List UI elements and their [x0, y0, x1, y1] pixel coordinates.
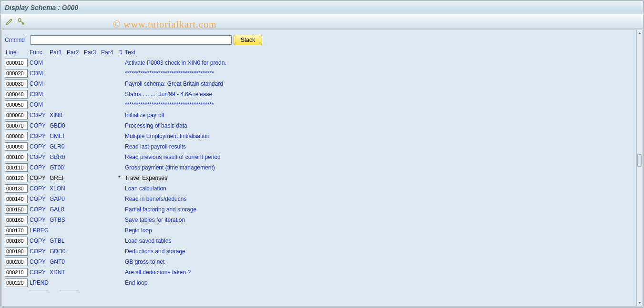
- footer-rule: [30, 290, 82, 292]
- line-input[interactable]: [5, 90, 28, 99]
- table-row: COMActivate P0003 check in XIN0 for prod…: [5, 58, 633, 68]
- line-input[interactable]: [5, 258, 28, 266]
- attributes-icon[interactable]: [16, 17, 26, 26]
- line-input[interactable]: [5, 153, 28, 161]
- line-input[interactable]: [5, 216, 28, 224]
- line-input[interactable]: [5, 226, 28, 235]
- line-input[interactable]: [5, 69, 28, 78]
- stack-button[interactable]: Stack: [234, 35, 262, 45]
- line-input[interactable]: [5, 163, 28, 172]
- line-input[interactable]: [5, 174, 28, 182]
- cell-par1: GBD0: [50, 122, 67, 129]
- line-input[interactable]: [5, 247, 28, 256]
- cell-func: COM: [30, 91, 50, 98]
- cell-text: ****************************************: [125, 70, 633, 77]
- cell-func: COM: [30, 70, 50, 77]
- table-row: COPYXIN0Initialize payroll: [5, 110, 633, 120]
- cell-func: COPY: [30, 154, 50, 160]
- cell-text: Save tables for iteration: [125, 217, 633, 223]
- table-row: COPYGT00Gross payment (time management): [5, 162, 633, 173]
- edit-icon[interactable]: [5, 17, 14, 26]
- line-input[interactable]: [5, 79, 28, 88]
- cell-func: COPY: [30, 196, 50, 202]
- scrollbar-thumb[interactable]: [637, 154, 642, 167]
- line-input[interactable]: [5, 195, 28, 203]
- header-text: Text: [125, 49, 633, 56]
- table-row: COPYXLONLoan calculation: [5, 183, 633, 194]
- cell-par1: XIN0: [50, 112, 67, 119]
- table-row: COPYGREI*Travel Expenses: [5, 173, 633, 183]
- cell-func: COPY: [30, 217, 50, 223]
- cell-text: Partial factoring and storage: [125, 206, 633, 213]
- cell-text: GB gross to net: [125, 258, 633, 265]
- line-input[interactable]: [5, 121, 28, 130]
- cell-text: Travel Expenses: [125, 175, 633, 181]
- cell-text: Initialize payroll: [125, 112, 633, 119]
- vertical-scrollbar[interactable]: [636, 30, 643, 307]
- cell-d: *: [118, 175, 125, 181]
- table-row: COM*************************************…: [5, 68, 633, 79]
- header-func: Func.: [30, 49, 50, 56]
- title-bar: Display Schema : G000: [1, 1, 643, 14]
- table-row: COMPayroll schema: Great Britain standar…: [5, 79, 633, 89]
- cell-par1: XLON: [50, 185, 67, 192]
- table-row: COPYGLR0Read last payroll results: [5, 141, 633, 152]
- line-input[interactable]: [5, 132, 28, 140]
- cell-text: Read previous result of current period: [125, 154, 633, 160]
- cell-par1: GREI: [50, 175, 67, 181]
- app-window: Display Schema : G000 © www.tutorialkart…: [0, 0, 644, 308]
- cell-func: COPY: [30, 248, 50, 255]
- grid-header: Line Func. Par1 Par2 Par3 Par4 D Text: [5, 48, 633, 58]
- command-row: Cmmnd Stack: [5, 35, 633, 45]
- table-row: COMStatus.........: Jun'99 - 4.6A releas…: [5, 89, 633, 99]
- cell-text: Begin loop: [125, 227, 633, 234]
- cell-text: Processing of basic data: [125, 122, 633, 129]
- table-row: COPYGBR0Read previous result of current …: [5, 152, 633, 162]
- cell-par1: GDD0: [50, 248, 67, 255]
- cell-text: Deductions and storage: [125, 248, 633, 255]
- cell-text: End loop: [125, 279, 633, 286]
- header-par4: Par4: [101, 49, 118, 56]
- scroll-up-icon[interactable]: [637, 30, 642, 37]
- line-input[interactable]: [5, 111, 28, 119]
- header-par2: Par2: [67, 49, 84, 56]
- page-title: Display Schema : G000: [5, 4, 78, 11]
- cell-par1: GBR0: [50, 154, 67, 160]
- cell-par1: XDNT: [50, 269, 67, 276]
- command-input[interactable]: [31, 35, 232, 45]
- table-row: LPBEGBegin loop: [5, 225, 633, 236]
- cell-par1: GAP0: [50, 196, 67, 202]
- cell-func: COPY: [30, 122, 50, 129]
- cell-text: Loan calculation: [125, 185, 633, 192]
- line-input[interactable]: [5, 184, 28, 193]
- table-row: COPYGBD0Processing of basic data: [5, 120, 633, 131]
- cell-par1: GNT0: [50, 258, 67, 265]
- table-row: COPYGTBSSave tables for iteration: [5, 215, 633, 225]
- cell-func: COPY: [30, 238, 50, 244]
- content-area: Cmmnd Stack Line Func. Par1 Par2 Par3 Pa…: [1, 30, 636, 307]
- cell-func: COPY: [30, 258, 50, 265]
- cell-text: Status.........: Jun'99 - 4.6A release: [125, 91, 633, 98]
- table-row: COM*************************************…: [5, 99, 633, 110]
- line-input[interactable]: [5, 142, 28, 151]
- header-line: Line: [5, 49, 30, 56]
- cell-func: COM: [30, 60, 50, 66]
- cell-par1: GTBS: [50, 217, 67, 223]
- cell-text: Activate P0003 check in XIN0 for prodn.: [125, 60, 633, 66]
- table-row: COPYGTBLLoad saved tables: [5, 236, 633, 246]
- cell-func: COPY: [30, 206, 50, 213]
- line-input[interactable]: [5, 100, 28, 109]
- cell-func: COPY: [30, 269, 50, 276]
- cell-par1: GAL0: [50, 206, 67, 213]
- line-input[interactable]: [5, 278, 28, 287]
- line-input[interactable]: [5, 205, 28, 214]
- cell-text: Are all deductions taken ?: [125, 269, 633, 276]
- table-row: COPYGAL0Partial factoring and storage: [5, 204, 633, 215]
- cell-text: Gross payment (time management): [125, 164, 633, 171]
- line-input[interactable]: [5, 59, 28, 67]
- line-input[interactable]: [5, 268, 28, 277]
- table-row: LPENDEnd loop: [5, 278, 633, 288]
- line-input[interactable]: [5, 237, 28, 245]
- cell-func: COM: [30, 80, 50, 87]
- scroll-down-icon[interactable]: [637, 299, 642, 306]
